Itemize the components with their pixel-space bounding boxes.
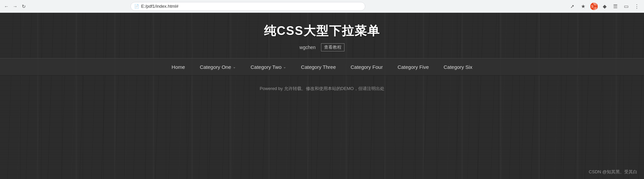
cast-icon[interactable]: ▭ [623,3,630,10]
extension-icon[interactable]: ◆ [601,3,608,10]
nav-link-cat6[interactable]: Category Six [436,58,480,75]
nav-label-cat3: Category Three [301,64,336,70]
nav-label-home: Home [172,64,185,70]
url-text: E:/pdf1/index.html# [141,4,178,9]
chevron-down-icon-cat1: ⌄ [233,65,236,69]
extension-badge[interactable]: 9 错误 [590,3,598,10]
back-button[interactable]: ← [3,3,9,9]
menu-icon[interactable]: ⋮ [633,3,641,10]
chevron-down-icon-cat2: ⌄ [283,65,286,69]
nav-link-cat4[interactable]: Category Four [343,58,390,75]
forward-button[interactable]: → [12,3,18,9]
browser-right-icons: ➚ ★ 9 错误 ◆ ☰ ▭ ⋮ [569,3,641,10]
page-title: 纯CSS大型下拉菜单 [0,23,644,39]
main-navbar: Home Category One ⌄ Category Two ⌄ [0,58,644,76]
nav-list: Home Category One ⌄ Category Two ⌄ [0,58,644,75]
nav-link-cat5[interactable]: Category Five [390,58,436,75]
nav-item-cat5: Category Five [390,58,436,75]
credit-text: CSDN @知其黑、受其白 [589,169,637,174]
nav-label-cat1: Category One [200,64,231,70]
footer-text: Powered by 允许转载、修改和使用本站的DEMO，但请注明出处 [0,76,644,98]
nav-item-cat1: Category One ⌄ [193,58,243,75]
footer-content: Powered by 允许转载、修改和使用本站的DEMO，但请注明出处 [260,86,384,91]
bookmark-icon[interactable]: ★ [580,3,587,10]
author-label: wgchen [300,45,316,50]
error-label: 错误 [593,1,597,11]
reload-button[interactable]: ↻ [21,3,27,9]
nav-link-cat1[interactable]: Category One ⌄ [193,58,243,75]
nav-label-cat6: Category Six [444,64,473,70]
nav-link-cat2[interactable]: Category Two ⌄ [243,58,293,75]
nav-label-cat5: Category Five [397,64,429,70]
sidebar-icon[interactable]: ☰ [612,3,619,10]
browser-chrome: ← → ↻ 📄 E:/pdf1/index.html# ➚ ★ 9 错误 ◆ ☰… [0,0,644,13]
nav-item-cat2: Category Two ⌄ [243,58,293,75]
browser-controls: ← → ↻ [3,3,27,9]
nav-link-cat3[interactable]: Category Three [293,58,343,75]
tutorial-link[interactable]: 查看教程 [321,43,344,51]
bottom-credit: CSDN @知其黑、受其白 [589,169,637,175]
page-wrapper: 纯CSS大型下拉菜单 wgchen 查看教程 Home Category One… [0,13,644,179]
nav-item-cat3: Category Three [293,58,343,75]
nav-item-cat6: Category Six [436,58,480,75]
nav-item-home: Home [164,58,193,75]
nav-item-cat4: Category Four [343,58,390,75]
url-bar[interactable]: 📄 E:/pdf1/index.html# [130,2,365,11]
nav-label-cat2: Category Two [251,64,281,70]
nav-link-home[interactable]: Home [164,58,193,75]
share-icon[interactable]: ➚ [569,3,576,10]
nav-label-cat4: Category Four [351,64,383,70]
security-icon: 📄 [134,4,139,9]
header-subtitle: wgchen 查看教程 [0,43,644,51]
main-content: 纯CSS大型下拉菜单 wgchen 查看教程 Home Category One… [0,13,644,98]
page-header: 纯CSS大型下拉菜单 wgchen 查看教程 [0,13,644,58]
